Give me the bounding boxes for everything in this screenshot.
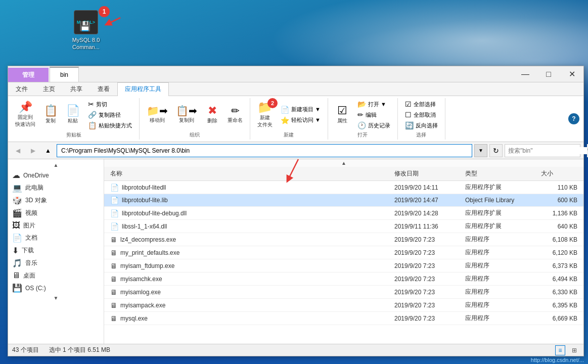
sidebar-item-3dobjects[interactable]: 🎲 3D 对象 xyxy=(8,194,104,207)
tab-manage[interactable]: 管理 xyxy=(8,68,49,82)
select-group-label: 选择 xyxy=(416,130,426,139)
sidebar-item-music[interactable]: 🎵 音乐 xyxy=(8,257,104,269)
table-row[interactable]: 📄 libssl-1_1-x64.dll 2019/9/11 11:36 应用程… xyxy=(104,220,583,233)
grid-view-button[interactable]: ⊞ xyxy=(569,345,579,355)
copy-to-button[interactable]: 📋➡ 复制到 xyxy=(173,105,200,125)
table-row[interactable]: 📄 libprotobuf-lite-debug.dll 2019/9/20 1… xyxy=(104,207,583,220)
cut-icon: ✂ xyxy=(88,100,94,108)
paste-button[interactable]: 📄 粘贴 xyxy=(63,104,83,125)
forward-button[interactable]: ▶ xyxy=(26,144,39,157)
copy-path-button[interactable]: 🔗 复制路径 xyxy=(85,110,135,120)
table-row[interactable]: 🖥 myisampack.exe 2019/9/20 7:23 应用程序 6,3… xyxy=(104,299,583,312)
select-none-button[interactable]: ☐ 全部取消 xyxy=(402,110,441,120)
file-type-cell: 应用程序 xyxy=(463,274,539,284)
sidebar-item-osc[interactable]: 💾 OS (C:) xyxy=(8,282,104,294)
address-input[interactable] xyxy=(57,144,472,157)
sidebar-item-desktop[interactable]: 🖥 桌面 xyxy=(8,269,104,282)
file-name-cell: 📄 libssl-1_1-x64.dll xyxy=(108,221,392,232)
sidebar-item-downloads[interactable]: ⬇ 下载 xyxy=(8,244,104,257)
open-button[interactable]: 📂 打开 ▼ xyxy=(354,99,393,109)
refresh-button[interactable]: ↻ xyxy=(489,144,503,157)
pin-button[interactable]: 📌 固定到快速访问 xyxy=(12,101,38,129)
file-type-icon: 🖥 xyxy=(110,262,117,270)
file-name-cell: 🖥 myisampack.exe xyxy=(108,300,392,310)
clipboard-small-col: ✂ 剪切 🔗 复制路径 📋 粘贴快捷方式 xyxy=(85,99,135,130)
file-date-cell: 2019/9/20 7:23 xyxy=(392,275,463,284)
mysql-icon-label: MySQL 8.0 Comman... xyxy=(66,36,106,51)
sidebar-item-pictures[interactable]: 🖼 图片 xyxy=(8,219,104,232)
sidebar-item-video[interactable]: 🎬 视频 xyxy=(8,207,104,219)
table-row[interactable]: 📄 libprotobuf-litedll 2019/9/20 14:11 应用… xyxy=(104,181,583,194)
ribbon-group-new: 📁 新建文件夹 2 📄 新建项目 ▼ ⭐ 轻松访问 ▼ xyxy=(250,98,328,140)
sidebar-scroll-up[interactable]: ▲ xyxy=(8,161,104,169)
edit-button[interactable]: ✏ 编辑 xyxy=(354,110,393,120)
sidebar-item-thispc[interactable]: 💻 此电脑 xyxy=(8,181,104,194)
maximize-button[interactable]: □ xyxy=(537,66,560,82)
copy-button[interactable]: 📋 复制 xyxy=(40,104,61,125)
ribbon-group-open-items: ☑ 属性 📂 打开 ▼ ✏ 编辑 🕐 xyxy=(332,99,393,130)
ribbon-tab-view[interactable]: 查看 xyxy=(90,82,117,96)
open-group-label: 打开 xyxy=(357,130,368,139)
ribbon-tab-file[interactable]: 文件 xyxy=(8,82,35,96)
file-scroll-top[interactable]: ▲ xyxy=(104,159,583,167)
annotation-badge-1: 1 xyxy=(99,6,110,17)
table-row[interactable]: 📄 libprotobuf-lite.lib 2019/9/20 14:47 O… xyxy=(104,194,583,207)
header-date[interactable]: 修改日期 xyxy=(392,168,463,179)
sidebar-item-onedrive[interactable]: ☁ OneDrive xyxy=(8,169,104,181)
history-button[interactable]: 🕐 历史记录 xyxy=(354,120,393,130)
minimize-button[interactable]: — xyxy=(514,66,537,82)
new-folder-button[interactable]: 📁 新建文件夹 2 xyxy=(254,100,276,129)
copy-to-icon: 📋➡ xyxy=(176,106,197,116)
tab-bin[interactable]: bin xyxy=(50,67,79,82)
ribbon-tab-home[interactable]: 主页 xyxy=(35,82,63,96)
table-row[interactable]: 🖥 myisamlog.exe 2019/9/20 7:23 应用程序 6,33… xyxy=(104,286,583,299)
sidebar-scroll-down[interactable]: ▼ xyxy=(8,294,104,302)
header-size[interactable]: 大小 xyxy=(539,168,579,179)
file-size-cell: 6,108 KB xyxy=(539,235,579,244)
easy-access-button[interactable]: ⭐ 轻松访问 ▼ xyxy=(278,115,324,125)
rename-button[interactable]: ✏ 重命名 xyxy=(224,105,246,125)
up-button[interactable]: ▲ xyxy=(41,144,55,157)
header-type[interactable]: 类型 xyxy=(463,168,539,179)
new-item-button[interactable]: 📄 新建项目 ▼ xyxy=(278,105,324,115)
file-size-cell: 640 KB xyxy=(539,222,579,231)
thispc-icon: 💻 xyxy=(12,183,22,193)
table-row[interactable]: 🖥 myisamchk.exe 2019/9/20 7:23 应用程序 6,49… xyxy=(104,272,583,286)
invert-selection-button[interactable]: 🔄 反向选择 xyxy=(402,120,441,130)
file-type-cell: 应用程序扩展 xyxy=(463,221,539,232)
address-dropdown[interactable]: ▼ xyxy=(474,144,487,157)
sidebar-item-documents[interactable]: 📄 文档 xyxy=(8,232,104,244)
paste-shortcut-button[interactable]: 📋 粘贴快捷方式 xyxy=(85,120,135,130)
header-name[interactable]: 名称 xyxy=(108,168,392,179)
search-input[interactable] xyxy=(505,147,587,154)
table-row[interactable]: 🖥 my_print_defaults.exe 2019/9/20 7:23 应… xyxy=(104,246,583,259)
file-type-cell: 应用程序扩展 xyxy=(463,208,539,218)
table-row[interactable]: 🖥 myisam_ftdump.exe 2019/9/20 7:23 应用程序 … xyxy=(104,259,583,272)
ribbon-group-select: ☑ 全部选择 ☐ 全部取消 🔄 反向选择 选择 xyxy=(398,98,445,140)
ribbon-tab-tools[interactable]: 应用程序工具 xyxy=(117,82,169,96)
ribbon-tab-share[interactable]: 共享 xyxy=(63,82,90,96)
file-name-text: myisamlog.exe xyxy=(120,289,161,296)
close-button[interactable]: ✕ xyxy=(560,66,583,82)
detail-view-button[interactable]: ≡ xyxy=(555,345,565,355)
table-row[interactable]: 🖥 lz4_decompress.exe 2019/9/20 7:23 应用程序… xyxy=(104,233,583,246)
select-all-button[interactable]: ☑ 全部选择 xyxy=(402,99,441,109)
properties-button[interactable]: ☑ 属性 xyxy=(332,104,352,125)
file-type-cell: 应用程序扩展 xyxy=(463,182,539,193)
file-type-cell: 应用程序 xyxy=(463,300,539,310)
help-button[interactable]: ? xyxy=(568,113,579,124)
cut-button[interactable]: ✂ 剪切 xyxy=(85,99,135,109)
file-table: 名称 修改日期 类型 大小 📄 libprotobuf-litedll 2019… xyxy=(104,167,583,344)
back-button[interactable]: ◀ xyxy=(11,144,24,157)
title-tabs: 管理 bin xyxy=(8,66,80,82)
move-to-button[interactable]: 📁➡ 移动到 xyxy=(144,105,171,125)
explorer-window: 管理 bin — □ ✕ 文件 主页 共享 查看 应用程序工具 📌 xyxy=(8,66,584,356)
mysql-desktop-icon[interactable]: MySQL> 💾 MySQL 8.0 Comman... xyxy=(66,10,106,51)
table-row[interactable]: 🖥 mysql.exe 2019/9/20 7:23 应用程序 6,669 KB xyxy=(104,312,583,325)
file-name-text: libprotobuf-lite-debug.dll xyxy=(122,210,187,217)
ribbon-group-open: ☑ 属性 📂 打开 ▼ ✏ 编辑 🕐 xyxy=(328,98,398,140)
clipboard-group-label: 剪贴板 xyxy=(66,130,81,139)
delete-button[interactable]: ✖ 删除 xyxy=(202,104,222,125)
file-size-cell: 6,120 KB xyxy=(539,248,579,257)
music-icon: 🎵 xyxy=(12,258,22,268)
